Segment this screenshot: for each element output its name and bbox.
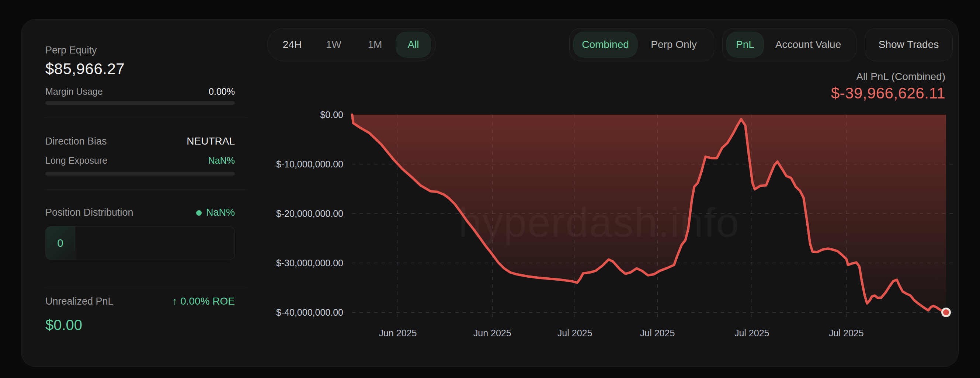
x-axis-tick-label: Jul 2025 xyxy=(557,328,592,338)
time-range-1m[interactable]: 1M xyxy=(354,29,396,61)
dashboard-screen: Perp Equity $85,966.27 Margin Usage 0.00… xyxy=(0,0,980,378)
distribution-dot-icon xyxy=(196,210,202,216)
position-distribution-box[interactable]: 0 xyxy=(45,226,235,260)
view-mode-combined[interactable]: Combined xyxy=(573,32,638,57)
section-divider xyxy=(45,118,247,118)
direction-bias-label: Direction Bias xyxy=(45,136,107,147)
margin-usage-value: 0.00% xyxy=(209,86,235,97)
x-axis-tick-label: Jun 2025 xyxy=(473,328,511,338)
metric-mode-pnl[interactable]: PnL xyxy=(726,32,764,57)
pnl-area-chart[interactable] xyxy=(352,115,946,313)
margin-usage-progressbar xyxy=(45,101,235,105)
time-range-24h[interactable]: 24H xyxy=(271,29,313,61)
x-axis: Jun 2025Jun 2025Jul 2025Jul 2025Jul 2025… xyxy=(352,328,946,340)
direction-bias-value: NEUTRAL xyxy=(186,136,235,147)
section-divider xyxy=(45,189,247,190)
arrow-up-icon: ↑ xyxy=(172,295,177,307)
section-divider xyxy=(45,287,247,287)
view-mode-perp-only[interactable]: Perp Only xyxy=(638,29,710,61)
chart-total-pnl-value: $-39,966,626.11 xyxy=(831,85,945,102)
roe-value: 0.00% ROE xyxy=(180,295,235,307)
perp-equity-label: Perp Equity xyxy=(45,45,97,56)
perp-equity-value: $85,966.27 xyxy=(45,60,125,78)
x-axis-tick-label: Jul 2025 xyxy=(640,328,675,338)
portfolio-card: Perp Equity $85,966.27 Margin Usage 0.00… xyxy=(21,19,959,367)
position-distribution-value: NaN% xyxy=(206,207,235,218)
y-axis-tick-label: $-10,000,000.00 xyxy=(243,159,343,170)
metric-mode-account-value[interactable]: Account Value xyxy=(764,29,853,61)
time-range-1w[interactable]: 1W xyxy=(313,29,354,61)
position-distribution-label: Position Distribution xyxy=(45,207,134,219)
chart-title: All PnL (Combined) xyxy=(856,71,945,83)
y-axis-tick-label: $-40,000,000.00 xyxy=(243,307,343,318)
show-trades-button[interactable]: Show Trades xyxy=(865,28,953,61)
x-axis-tick-label: Jul 2025 xyxy=(735,328,770,338)
long-exposure-label: Long Exposure xyxy=(45,155,107,166)
margin-usage-label: Margin Usage xyxy=(45,86,103,97)
distribution-segment[interactable]: 0 xyxy=(46,226,75,260)
show-trades-label: Show Trades xyxy=(878,29,939,61)
unrealized-pnl-label: Unrealized PnL xyxy=(45,296,113,307)
y-axis: $0.00$-10,000,000.00$-20,000,000.00$-30,… xyxy=(243,115,343,313)
line-endpoint-dot xyxy=(942,309,950,316)
x-axis-tick-label: Jul 2025 xyxy=(829,328,864,338)
x-axis-tick-label: Jun 2025 xyxy=(379,328,417,338)
long-exposure-progressbar xyxy=(45,172,235,175)
time-range-all[interactable]: All xyxy=(396,32,431,57)
y-axis-tick-label: $-30,000,000.00 xyxy=(243,257,343,268)
long-exposure-value: NaN% xyxy=(208,155,235,166)
y-axis-tick-label: $0.00 xyxy=(243,109,343,120)
view-mode-group: Combined Perp Only xyxy=(569,28,714,61)
time-range-group: 24H 1W 1M All xyxy=(267,28,436,61)
unrealized-pnl-value: $0.00 xyxy=(45,317,82,333)
y-axis-tick-label: $-20,000,000.00 xyxy=(243,208,343,219)
metric-mode-group: PnL Account Value xyxy=(722,28,856,61)
